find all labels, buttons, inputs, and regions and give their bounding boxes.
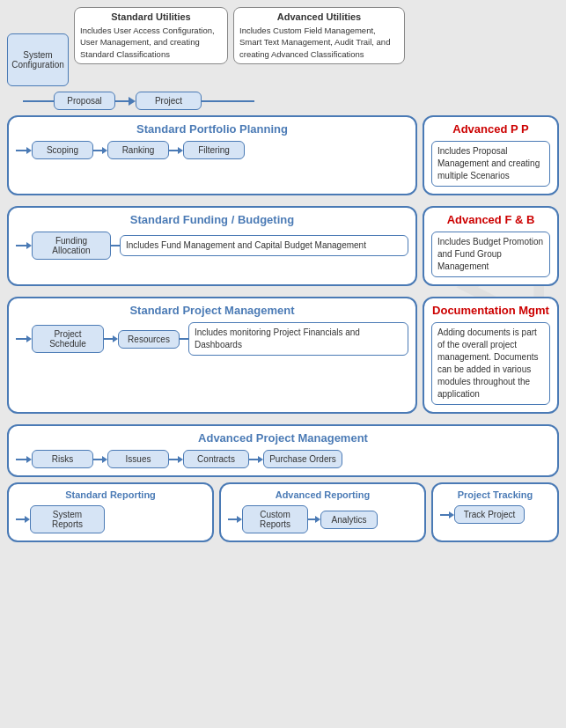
- filtering-box: Filtering: [183, 141, 245, 159]
- funding-row: Standard Funding / Budgeting Funding All…: [7, 206, 559, 291]
- resources-label: Resources: [128, 335, 170, 344]
- arrow-head: [129, 97, 136, 106]
- standard-portfolio-title: Standard Portfolio Planning: [16, 122, 408, 136]
- risks-label: Risks: [52, 454, 73, 464]
- standard-pm-title: Standard Project Management: [16, 304, 408, 317]
- doc-mgmt-title: Documentation Mgmt: [431, 304, 550, 317]
- standard-pm-flow: Project Schedule Resources Includes moni…: [16, 322, 408, 356]
- row1-container: System Configuration Standard Utilities …: [7, 7, 559, 86]
- project-label: Project: [155, 96, 182, 106]
- filtering-label: Filtering: [198, 145, 230, 155]
- reporting-row: Standard Reporting System Reports Advanc…: [7, 482, 559, 548]
- f-line-start: [16, 245, 26, 246]
- row2-line-right: [202, 100, 254, 102]
- standard-pm-section: Standard Project Management Project Sche…: [7, 297, 417, 414]
- standard-reporting-section: Standard Reporting System Reports: [7, 482, 214, 542]
- advanced-fb-body: Includes Budget Promotion and Fund Group…: [431, 232, 550, 277]
- purchase-orders-box: Purchase Orders: [263, 450, 342, 468]
- apm-line2: [93, 459, 102, 460]
- custom-reports-label: Custom Reports: [260, 510, 290, 529]
- sysconfig-label: System Configuration: [11, 50, 63, 70]
- advanced-pp-body: Includes Proposal Management and creatin…: [431, 141, 550, 187]
- project-tracking-flow: Track Project: [440, 505, 550, 524]
- funding-alloc-label: Funding Allocation: [52, 236, 90, 255]
- track-project-label: Track Project: [464, 510, 516, 519]
- ranking-box: Ranking: [107, 141, 169, 159]
- project-tracking-title: Project Tracking: [440, 489, 550, 500]
- f-line2: [111, 245, 120, 246]
- project-box: Project: [136, 92, 202, 110]
- advanced-pm-flow: Risks Issues Contracts Purchase Orders: [16, 450, 550, 468]
- pt-line-start: [440, 514, 449, 516]
- ranking-label: Ranking: [122, 145, 155, 155]
- ar-line2: [308, 518, 315, 520]
- pm-body: Includes monitoring Project Financials a…: [188, 322, 408, 356]
- analytics-label: Analytics: [331, 515, 366, 525]
- system-reports-box: System Reports: [30, 505, 105, 533]
- project-tracking-section: Project Tracking Track Project: [431, 482, 559, 542]
- p-line2: [93, 150, 102, 151]
- contracts-label: Contracts: [197, 454, 235, 464]
- arrow-line: [115, 100, 129, 102]
- advanced-reporting-flow: Custom Reports Analytics: [228, 505, 417, 533]
- issues-label: Issues: [126, 454, 151, 464]
- standard-funding-flow: Funding Allocation Includes Fund Managem…: [16, 232, 408, 260]
- risks-box: Risks: [32, 450, 93, 468]
- standard-reporting-title: Standard Reporting: [16, 489, 205, 500]
- custom-reports-box: Custom Reports: [242, 505, 308, 533]
- advanced-pp-section: Advanced P P Includes Proposal Managemen…: [423, 115, 559, 195]
- advanced-pp-title: Advanced P P: [431, 122, 550, 136]
- advanced-reporting-title: Advanced Reporting: [228, 489, 417, 500]
- proj-schedule-label: Project Schedule: [49, 329, 86, 349]
- row2-container: Proposal Project: [7, 92, 559, 110]
- apm-line4: [249, 459, 258, 460]
- sr-line-start: [16, 518, 25, 520]
- p-line-start: [16, 150, 26, 151]
- standard-utils-section: Standard Utilities Includes User Access …: [74, 7, 228, 64]
- scoping-box: Scoping: [32, 141, 93, 159]
- advanced-fb-title: Advanced F & B: [431, 213, 550, 226]
- pm-line2: [104, 338, 113, 340]
- track-project-box: Track Project: [454, 505, 525, 524]
- sysconfig-box: System Configuration: [7, 33, 69, 86]
- scoping-label: Scoping: [47, 145, 78, 155]
- funding-alloc-box: Funding Allocation: [32, 232, 111, 260]
- standard-utils-title: Standard Utilities: [80, 11, 222, 22]
- advanced-pm-section: Advanced Project Management Risks Issues…: [7, 424, 559, 477]
- standard-funding-title: Standard Funding / Budgeting: [16, 213, 408, 226]
- standard-funding-section: Standard Funding / Budgeting Funding All…: [7, 206, 417, 286]
- standard-utils-body: Includes User Access Configuration, User…: [80, 25, 222, 60]
- pm-line-start: [16, 338, 26, 340]
- row2-line-left: [23, 100, 54, 102]
- pm-row: Standard Project Management Project Sche…: [7, 297, 559, 419]
- funding-body: Includes Fund Management and Capital Bud…: [120, 235, 408, 256]
- standard-portfolio-section: Standard Portfolio Planning Scoping Rank…: [7, 115, 417, 195]
- proj-schedule-box: Project Schedule: [32, 325, 104, 353]
- advanced-reporting-section: Advanced Reporting Custom Reports Analyt…: [219, 482, 426, 542]
- portfolio-row: Standard Portfolio Planning Scoping Rank…: [7, 115, 559, 201]
- contracts-box: Contracts: [183, 450, 249, 468]
- doc-mgmt-section: Documentation Mgmt Adding documents is p…: [423, 297, 559, 414]
- advanced-utils-title: Advanced Utilities: [239, 11, 399, 22]
- row2-arrow: [115, 97, 136, 106]
- analytics-box: Analytics: [320, 511, 378, 529]
- resources-box: Resources: [118, 330, 180, 349]
- system-reports-label: System Reports: [52, 510, 83, 529]
- advanced-pm-title: Advanced Project Management: [16, 431, 550, 445]
- issues-box: Issues: [107, 450, 169, 468]
- standard-reporting-flow: System Reports: [16, 505, 205, 533]
- advanced-utils-body: Includes Custom Field Management, Smart …: [239, 25, 399, 60]
- apm-line-start: [16, 459, 26, 460]
- purchase-orders-label: Purchase Orders: [269, 454, 336, 464]
- ar-line-start: [228, 518, 237, 520]
- doc-mgmt-body: Adding documents is part of the overall …: [431, 322, 550, 405]
- sysconfig-area: System Configuration: [7, 33, 69, 86]
- advanced-utils-section: Advanced Utilities Includes Custom Field…: [233, 7, 405, 64]
- proposal-box: Proposal: [54, 92, 115, 110]
- apm-line3: [169, 459, 178, 460]
- proposal-label: Proposal: [67, 96, 101, 106]
- pm-line3: [180, 338, 188, 340]
- standard-portfolio-flow: Scoping Ranking Filtering: [16, 141, 408, 159]
- p-line3: [169, 150, 178, 151]
- advanced-fb-section: Advanced F & B Includes Budget Promotion…: [423, 206, 559, 286]
